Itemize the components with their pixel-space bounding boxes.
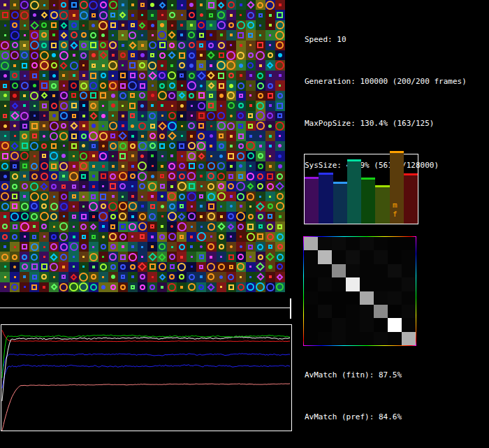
cell-ring-glyph [130, 143, 136, 149]
cell-ring-glyph [110, 143, 117, 150]
grid-cell [196, 181, 206, 191]
cell-dot-glyph [131, 195, 134, 198]
grid-cell [98, 232, 108, 242]
grid-cell [0, 192, 10, 201]
cell-diamond-glyph [247, 183, 254, 190]
grid-cell [108, 91, 118, 101]
grid-cell [108, 141, 118, 151]
grid-cell [167, 181, 177, 191]
cell-dot-glyph [92, 185, 95, 188]
grid-cell [246, 10, 256, 20]
grid-cell [236, 41, 246, 50]
cell-dot-glyph [34, 115, 36, 117]
cell-dot-glyph [220, 34, 223, 36]
cell-ring-glyph [1, 203, 9, 210]
grid-cell [79, 262, 89, 272]
cell-square-glyph [228, 284, 234, 290]
cell-dot-glyph [141, 14, 143, 16]
grid-cell [177, 71, 187, 80]
cell-ring-glyph [149, 143, 156, 149]
cell-disc-glyph [151, 94, 154, 97]
grid-cell [98, 10, 108, 20]
cell-ring-glyph [168, 283, 176, 291]
cell-dot-glyph [73, 74, 75, 77]
cell-square-glyph [82, 235, 86, 239]
cell-ring-glyph [149, 284, 155, 290]
grid-cell [147, 201, 157, 211]
grid-cell [167, 30, 177, 40]
grid-cell [59, 0, 68, 10]
cell-ring-glyph [99, 132, 108, 140]
grid-cell [128, 80, 138, 90]
grid-cell [98, 222, 108, 231]
grid-cell [68, 41, 78, 50]
cell-dot-glyph [191, 266, 193, 268]
grid-cell [118, 0, 128, 10]
grid-cell [256, 10, 265, 20]
grid-cell [147, 71, 157, 80]
cell-dot-glyph [4, 286, 6, 288]
cell-ring-glyph [99, 11, 108, 20]
cell-dot-glyph [43, 124, 45, 127]
frame-progress-handle[interactable] [290, 298, 291, 319]
grid-cell [108, 60, 118, 70]
cell-dot-glyph [151, 195, 154, 198]
cell-square-glyph [92, 64, 96, 68]
grid-cell [217, 41, 226, 50]
grid-cell [167, 151, 177, 161]
grid-cell [98, 171, 108, 181]
grid-cell [177, 131, 187, 140]
cell-ring-glyph [12, 82, 18, 89]
grid-cell [59, 60, 68, 70]
cell-diamond-glyph [60, 62, 68, 69]
heatmap-cell [332, 237, 346, 250]
cell-dot-glyph [161, 115, 163, 117]
cell-diamond-glyph [247, 1, 254, 9]
cell-diamond-glyph [148, 71, 157, 80]
grid-cell [206, 222, 216, 231]
cell-ring-glyph [138, 142, 147, 150]
cell-ring-glyph [90, 32, 96, 38]
cell-disc-glyph [3, 175, 7, 178]
cell-ring-glyph [189, 52, 195, 59]
grid-cell [79, 80, 89, 90]
grid-cell [217, 252, 226, 261]
grid-cell [79, 151, 89, 161]
cell-dot-glyph [161, 104, 163, 107]
cell-ring-glyph [207, 223, 215, 231]
grid-cell [128, 192, 138, 201]
cell-ring-glyph [12, 22, 17, 28]
grid-cell [29, 192, 39, 201]
cell-disc-glyph [161, 205, 164, 208]
cell-dot-glyph [82, 124, 85, 127]
cell-ring-glyph [197, 142, 205, 150]
cell-ring-glyph [2, 224, 8, 229]
cell-dot-glyph [161, 14, 163, 16]
cell-diamond-glyph [11, 102, 18, 109]
cell-square-glyph [277, 113, 282, 118]
cell-ring-glyph [40, 51, 49, 60]
grid-cell [89, 80, 98, 90]
grid-cell [98, 30, 108, 40]
heatmap-cell [318, 291, 332, 305]
cell-dot-glyph [82, 115, 85, 117]
grid-cell [49, 71, 59, 80]
grid-cell [196, 141, 206, 151]
cell-ring-glyph [20, 1, 29, 9]
grid-cell [265, 50, 275, 60]
frame-progress-track[interactable] [0, 308, 291, 308]
cell-dot-glyph [82, 64, 85, 66]
cell-square-glyph [91, 194, 96, 199]
grid-cell [98, 60, 108, 70]
grid-cell [187, 101, 196, 110]
grid-cell [275, 282, 285, 292]
grid-cell [177, 121, 187, 131]
blue-upper-line [2, 354, 290, 373]
cell-square-glyph [90, 42, 96, 48]
cell-ring-glyph [207, 173, 214, 180]
grid-cell [108, 41, 118, 50]
cell-square-glyph [110, 183, 116, 189]
grid-cell [118, 50, 128, 60]
grid-cell [39, 192, 49, 201]
grid-cell [20, 71, 29, 80]
